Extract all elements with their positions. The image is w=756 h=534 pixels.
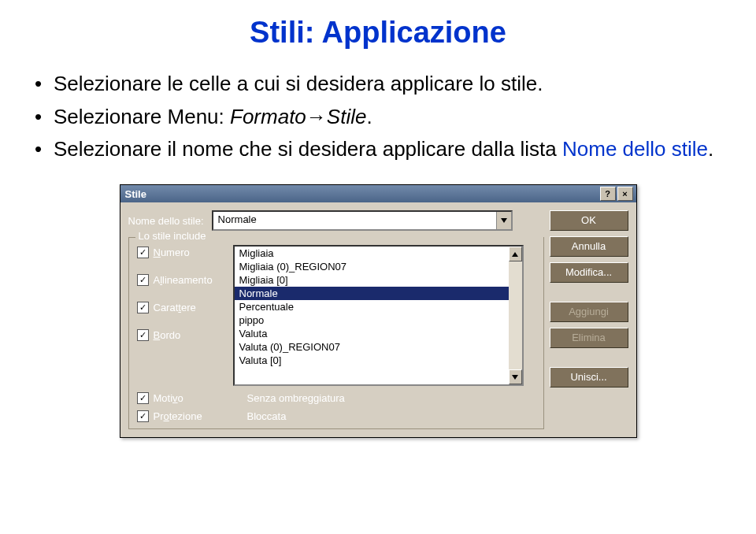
listbox-scrollbar[interactable] (509, 247, 522, 384)
bullet-2: Selezionare Menu: Formato→Stile. (54, 102, 724, 132)
list-item[interactable]: Migliaia (235, 247, 509, 260)
cancel-button[interactable]: Annulla (550, 236, 628, 257)
check-icon: ✓ (137, 410, 149, 422)
list-item[interactable]: Valuta (0)_REGION07 (235, 340, 509, 354)
close-button[interactable]: × (617, 187, 633, 201)
bullet-2-path1: Formato (230, 105, 306, 128)
scrollbar-track[interactable] (509, 261, 522, 369)
list-item[interactable]: Valuta (235, 327, 509, 340)
checkbox-bordo[interactable]: ✓ Bordo (137, 329, 247, 341)
chevron-down-icon (501, 218, 507, 223)
check-icon: ✓ (137, 329, 149, 341)
list-item[interactable]: Migliaia [0] (235, 273, 509, 287)
bullet-2-path2: Stile (327, 105, 367, 128)
style-name-value: Normale (213, 212, 496, 229)
list-item[interactable]: Normale (235, 287, 509, 300)
check-icon: ✓ (137, 392, 149, 404)
checkbox-numero[interactable]: ✓ Numero (137, 247, 247, 258)
dialog-title: Stile (124, 188, 598, 200)
add-button[interactable]: Aggiungi (550, 302, 628, 322)
checkbox-allineamento-label: Allineamento (154, 274, 213, 286)
ok-button[interactable]: OK (550, 210, 628, 231)
page-title: Stili: Applicazione (32, 16, 724, 50)
svg-marker-1 (512, 252, 518, 257)
help-button[interactable]: ? (600, 187, 616, 201)
group-label: Lo stile include (135, 230, 209, 242)
svg-marker-2 (512, 375, 518, 380)
delete-button[interactable]: Elimina (550, 328, 628, 348)
checkbox-protezione[interactable]: ✓ Protezione (137, 410, 247, 422)
bullet-3-prefix: Selezionare il nome che si desidera appl… (54, 137, 562, 161)
check-icon: ✓ (137, 274, 149, 286)
combobox-dropdown-button[interactable] (496, 212, 511, 229)
bullet-3-suffix: . (708, 137, 713, 161)
style-name-label: Nome dello stile: (128, 215, 204, 227)
modify-button[interactable]: Modifica... (550, 262, 628, 283)
scroll-up-button[interactable] (509, 247, 522, 261)
chevron-up-icon (512, 252, 518, 257)
style-name-combobox[interactable]: Normale (212, 210, 513, 231)
checkbox-protezione-label: Protezione (154, 410, 202, 422)
check-icon: ✓ (137, 247, 149, 258)
checkbox-numero-label: Numero (154, 247, 190, 258)
bullet-3-highlight: Nome dello stile (562, 137, 708, 161)
bullet-list: Selezionare le celle a cui si desidera a… (32, 69, 724, 165)
scroll-down-button[interactable] (509, 369, 522, 384)
style-includes-group: Lo stile include ✓ Numero ✓ Allineamento (128, 237, 544, 429)
checkbox-carattere-label: Carattere (154, 302, 196, 313)
dialog-button-column: OK Annulla Modifica... Aggiungi Elimina … (550, 210, 628, 388)
list-item[interactable]: Valuta [0] (235, 354, 509, 367)
bullet-2-suffix: . (366, 105, 372, 128)
checkbox-carattere[interactable]: ✓ Carattere (137, 302, 247, 313)
dialog-titlebar: Stile ? × (120, 185, 636, 202)
list-item[interactable]: Migliaia (0)_REGION07 (235, 260, 509, 273)
chevron-down-icon (512, 375, 518, 380)
list-item[interactable]: Percentuale (235, 300, 509, 313)
style-dialog: Stile ? × OK Annulla Modifica... Aggiung… (120, 184, 637, 438)
list-item[interactable]: pippo (235, 313, 509, 327)
checkbox-motivo[interactable]: ✓ Motivo (137, 392, 247, 404)
checkbox-bordo-label: Bordo (154, 329, 181, 341)
bullet-1: Selezionare le celle a cui si desidera a… (54, 69, 724, 99)
bullet-3: Selezionare il nome che si desidera appl… (54, 135, 724, 165)
svg-marker-0 (501, 218, 507, 223)
protezione-value: Bloccata (247, 410, 536, 422)
merge-button[interactable]: Unisci... (550, 367, 628, 388)
motivo-value: Senza ombreggiatura (247, 392, 536, 404)
checkbox-motivo-label: Motivo (154, 392, 183, 404)
right-arrow-icon: → (306, 105, 327, 128)
checkbox-allineamento[interactable]: ✓ Allineamento (137, 274, 247, 286)
bullet-2-prefix: Selezionare Menu: (54, 105, 230, 128)
check-icon: ✓ (137, 302, 149, 313)
style-name-listbox[interactable]: MigliaiaMigliaia (0)_REGION07Migliaia [0… (233, 245, 524, 386)
